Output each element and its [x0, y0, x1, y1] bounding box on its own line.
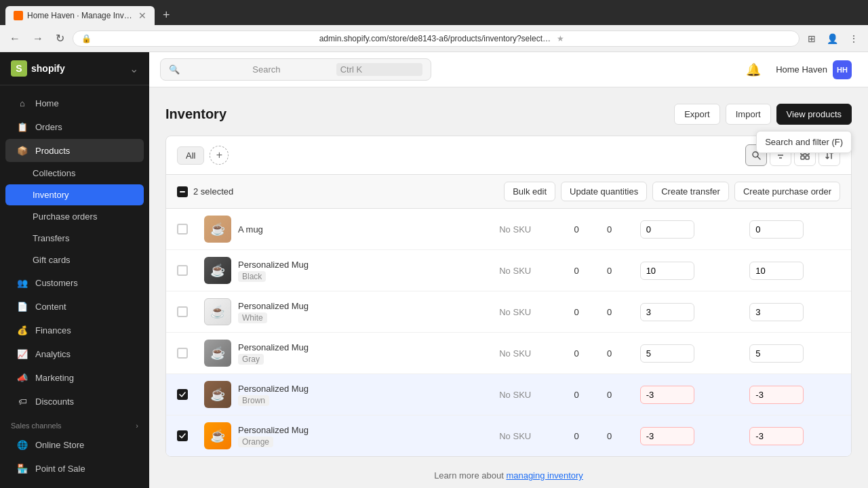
search-bar[interactable]: 🔍 Search Ctrl K [160, 58, 431, 81]
qty2-cell[interactable] [741, 415, 851, 457]
row-checkbox[interactable] [177, 430, 188, 441]
sales-channels-toggle[interactable]: › [136, 422, 138, 430]
sidebar-item-shop[interactable]: 🛍 Shop [5, 481, 144, 488]
export-btn[interactable]: Export [674, 104, 720, 125]
qty1-input[interactable] [640, 386, 694, 404]
qty2-cell[interactable] [741, 250, 851, 291]
product-info: Personalized Mug White [238, 301, 309, 323]
sidebar-item-transfers[interactable]: Transfers [5, 228, 144, 249]
view-products-btn[interactable]: View products [776, 104, 852, 125]
product-cell: ☕ Personalized Mug Orange [204, 422, 483, 449]
sku-cell: No SKU [491, 250, 566, 291]
qty2-cell[interactable] [741, 333, 851, 374]
bulk-edit-btn[interactable]: Bulk edit [504, 182, 555, 201]
qty1-cell[interactable] [632, 415, 742, 457]
qty2-input[interactable] [749, 220, 804, 239]
analytics-icon: 📈 [16, 348, 28, 360]
qty2-input[interactable] [749, 427, 804, 445]
qty2-input[interactable] [749, 386, 804, 404]
qty2-input[interactable] [749, 262, 804, 280]
filter-tab-all[interactable]: All [177, 146, 204, 165]
sidebar-item-orders[interactable]: 📋 Orders [5, 115, 144, 138]
discounts-icon: 🏷 [16, 395, 28, 407]
browser-menu-btn[interactable]: ⋮ [845, 30, 863, 47]
qty1-cell[interactable] [632, 291, 742, 333]
sidebar-item-content[interactable]: 📄 Content [5, 295, 144, 318]
sidebar-item-customers[interactable]: 👥 Customers [5, 271, 144, 294]
sidebar-item-home[interactable]: ⌂ Home [5, 92, 144, 115]
product-info: Personalized Mug Brown [238, 384, 309, 406]
qty2-input[interactable] [749, 303, 804, 321]
row-checkbox[interactable] [177, 306, 188, 317]
select-all-checkbox[interactable] [177, 186, 188, 197]
sidebar-item-analytics[interactable]: 📈 Analytics [5, 342, 144, 365]
add-filter-btn[interactable]: + [210, 146, 229, 165]
table-toolbar: All + [166, 136, 851, 175]
profile-btn[interactable]: 👤 [823, 30, 842, 47]
address-bar[interactable]: 🔒 admin.shopify.com/store/de8143-a6/prod… [73, 30, 800, 47]
sidebar-item-online-store[interactable]: 🌐 Online Store [5, 433, 144, 456]
sidebar-item-point-of-sale[interactable]: 🏪 Point of Sale [5, 457, 144, 480]
row-checkbox[interactable] [177, 348, 188, 359]
qty1-input[interactable] [640, 303, 694, 321]
product-info: Personalized Mug Gray [238, 342, 309, 365]
qty1-input[interactable] [640, 427, 694, 445]
sidebar-header: S shopify ⌄ [0, 52, 149, 85]
sidebar: S shopify ⌄ ⌂ Home 📋 Orders 📦 Products C… [0, 52, 149, 488]
sidebar-toggle[interactable]: ⌄ [130, 62, 138, 75]
notifications-btn[interactable]: 🔔 [742, 58, 765, 81]
new-tab-btn[interactable]: + [157, 5, 176, 25]
back-btn[interactable]: ← [5, 30, 24, 47]
qty2-cell[interactable] [741, 291, 851, 333]
sidebar-label-transfers: Transfers [33, 233, 69, 243]
forward-btn[interactable]: → [28, 30, 47, 47]
qty1-input[interactable] [640, 262, 694, 280]
qty2-cell[interactable] [741, 374, 851, 415]
qty1-input[interactable] [640, 220, 694, 239]
table-row: ☕ Personalized Mug Orange No SKU 0 0 [166, 415, 851, 457]
import-btn[interactable]: Import [726, 104, 771, 125]
row-checkbox[interactable] [177, 389, 188, 400]
unavailable-cell: 0 [566, 209, 599, 250]
url-text: admin.shopify.com/store/de8143-a6/produc… [319, 34, 553, 43]
qty1-cell[interactable] [632, 209, 742, 250]
sidebar-item-collections[interactable]: Collections [5, 163, 144, 184]
qty1-cell[interactable] [632, 333, 742, 374]
active-tab[interactable]: Home Haven · Manage Invento... ✕ [5, 6, 155, 25]
qty2-input[interactable] [749, 344, 804, 363]
update-quantities-btn[interactable]: Update quantities [561, 182, 647, 201]
qty1-cell[interactable] [632, 374, 742, 415]
sidebar-label-home: Home [35, 98, 59, 108]
qty1-cell[interactable] [632, 250, 742, 291]
svg-rect-7 [801, 156, 804, 159]
row-checkbox[interactable] [177, 224, 188, 235]
reload-btn[interactable]: ↻ [52, 29, 68, 47]
row-checkbox[interactable] [177, 265, 188, 276]
sidebar-item-discounts[interactable]: 🏷 Discounts [5, 390, 144, 413]
search-icon: 🔍 [169, 64, 247, 75]
marketing-icon: 📣 [16, 371, 28, 384]
user-menu[interactable]: Home Haven HH [770, 58, 857, 82]
inventory-table-container: All + [165, 136, 852, 457]
product-name: Personalized Mug [238, 425, 309, 435]
sidebar-item-marketing[interactable]: 📣 Marketing [5, 366, 144, 389]
create-purchase-order-btn[interactable]: Create purchase order [734, 182, 840, 201]
product-cell: ☕ Personalized Mug Black [204, 257, 483, 284]
tab-close-btn[interactable]: ✕ [138, 10, 146, 21]
qty1-input[interactable] [640, 344, 694, 363]
shopify-logo[interactable]: S shopify [11, 60, 65, 77]
qty2-cell[interactable] [741, 209, 851, 250]
create-transfer-btn[interactable]: Create transfer [652, 182, 729, 201]
shopify-logo-text: shopify [31, 63, 65, 74]
products-icon: 📦 [16, 144, 28, 157]
product-thumbnail: ☕ [204, 422, 231, 449]
extensions-btn[interactable]: ⊞ [804, 30, 820, 47]
managing-inventory-link[interactable]: managing inventory [506, 470, 583, 481]
sidebar-item-purchase-orders[interactable]: Purchase orders [5, 206, 144, 227]
sidebar-label-products: Products [35, 146, 70, 156]
sidebar-item-finances[interactable]: 💰 Finances [5, 319, 144, 342]
sidebar-item-gift-cards[interactable]: Gift cards [5, 249, 144, 270]
sidebar-item-inventory[interactable]: Inventory [5, 184, 144, 205]
sidebar-item-products[interactable]: 📦 Products [5, 139, 144, 162]
sales-channels-label: Sales channels › [0, 413, 149, 432]
